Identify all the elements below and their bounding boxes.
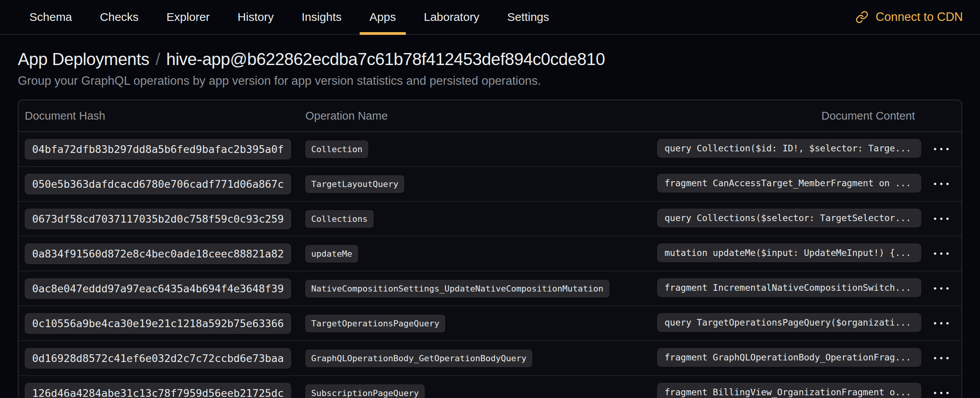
document-hash-value: 0ac8e047eddd97a97eac6435a4b694f4e3648f39 [25,278,291,299]
breadcrumb-section[interactable]: App Deployments [18,50,149,69]
breadcrumb-separator: / [156,50,160,69]
table-row: 0a834f91560d872e8c4bec0ade18ceec88821a82… [19,237,961,271]
row-menu-button[interactable] [927,132,955,166]
row-actions-cell [921,306,961,340]
document-content-cell: query Collections($selector: TargetSelec… [657,209,921,229]
column-header-operation-name: Operation Name [299,110,657,122]
ellipsis-icon [934,252,936,255]
operation-name-cell: TargetLayoutQuery [299,175,657,193]
operation-name-badge: SubscriptionPageQuery [305,384,425,398]
ellipsis-icon [934,183,936,185]
ellipsis-icon [934,357,936,359]
nav-tab[interactable]: Laboratory [424,0,479,34]
operation-name-cell: GraphQLOperationBody_GetOperationBodyQue… [299,350,657,367]
connect-to-cdn-button[interactable]: Connect to CDN [855,10,963,24]
row-menu-button[interactable] [927,341,955,375]
document-hash-value: 04bfa72dfb83b297dd8a5b6fed9bafac2b395a0f [25,139,291,160]
connect-to-cdn-label: Connect to CDN [875,10,963,24]
nav-tab[interactable]: Settings [507,0,549,34]
documents-table: Document Hash Operation Name Document Co… [18,100,962,398]
document-content-cell: fragment BillingView_OrganizationFragmen… [657,383,921,398]
table-header-row: Document Hash Operation Name Document Co… [19,100,961,132]
document-hash-value: 0d16928d8572c41ef6e032d2c7c72ccbd6e73baa [25,348,291,369]
nav-tab[interactable]: Checks [100,0,139,34]
document-hash-cell: 0c10556a9be4ca30e19e21c1218a592b75e63366 [19,313,299,334]
document-hash-cell: 0673df58cd7037117035b2d0c758f59c0c93c259 [19,209,299,229]
row-actions-cell [921,341,961,375]
document-content-preview: fragment BillingView_OrganizationFragmen… [657,383,921,398]
operation-name-badge: updateMe [305,245,358,262]
document-content-preview: query Collections($selector: TargetSelec… [657,209,921,227]
app-deployment-detail-page: App Deployments / hive-app@b622862ecdba7… [0,50,980,398]
ellipsis-icon [934,218,936,220]
document-hash-cell: 04bfa72dfb83b297dd8a5b6fed9bafac2b395a0f [19,139,299,160]
document-content-preview: mutation updateMe($input: UpdateMeInput!… [657,244,921,262]
breadcrumb-app-id: hive-app@b622862ecdba7c61b78f412453def89… [166,50,605,69]
document-hash-cell: 0d16928d8572c41ef6e032d2c7c72ccbd6e73baa [19,348,299,369]
document-hash-cell: 050e5b363dafdcacd6780e706cadf771d06a867c [19,174,299,194]
top-navigation: Schema Checks Explorer History Insights … [0,0,980,35]
row-actions-cell [921,271,961,305]
operation-name-cell: SubscriptionPageQuery [299,384,657,398]
column-header-document-hash: Document Hash [19,110,299,122]
operation-name-cell: Collection [299,141,657,158]
document-hash-cell: 0ac8e047eddd97a97eac6435a4b694f4e3648f39 [19,278,299,299]
document-content-cell: query TargetOperationsPageQuery($organiz… [657,313,921,333]
document-content-cell: mutation updateMe($input: UpdateMeInput!… [657,244,921,264]
row-actions-cell [921,132,961,166]
nav-tab[interactable]: Schema [29,0,72,34]
document-content-cell: fragment CanAccessTarget_MemberFragment … [657,174,921,194]
row-menu-button[interactable] [927,237,955,271]
operation-name-cell: updateMe [299,245,657,262]
document-content-preview: fragment IncrementalNativeCompositionSwi… [657,278,921,297]
document-content-cell: fragment GraphQLOperationBody_OperationF… [657,348,921,368]
document-hash-cell: 126d46a4284abe31c13c78f7959d56eeb21725dc [19,383,299,398]
row-menu-button[interactable] [927,376,955,398]
operation-name-badge: Collection [305,141,368,158]
operation-name-badge: Collections [305,210,373,228]
row-menu-button[interactable] [927,202,955,236]
operation-name-cell: TargetOperationsPageQuery [299,315,657,332]
row-actions-cell [921,376,961,398]
table-row: 04bfa72dfb83b297dd8a5b6fed9bafac2b395a0f… [19,132,961,167]
table-body: 04bfa72dfb83b297dd8a5b6fed9bafac2b395a0f… [19,132,961,398]
ellipsis-icon [934,287,936,290]
operation-name-badge: TargetOperationsPageQuery [305,315,445,332]
document-content-cell: fragment IncrementalNativeCompositionSwi… [657,278,921,298]
ellipsis-icon [934,322,936,324]
document-hash-cell: 0a834f91560d872e8c4bec0ade18ceec88821a82 [19,244,299,264]
document-content-preview: query Collection($id: ID!, $selector: Ta… [657,139,921,158]
ellipsis-icon [934,392,936,394]
row-actions-cell [921,167,961,201]
operation-name-cell: Collections [299,210,657,228]
ellipsis-icon [934,148,936,150]
table-row: 0d16928d8572c41ef6e032d2c7c72ccbd6e73baa… [19,341,961,376]
document-content-preview: fragment CanAccessTarget_MemberFragment … [657,174,921,192]
document-hash-value: 0673df58cd7037117035b2d0c758f59c0c93c259 [25,209,291,229]
document-content-preview: fragment GraphQLOperationBody_OperationF… [657,348,921,367]
document-hash-value: 0a834f91560d872e8c4bec0ade18ceec88821a82 [25,244,291,264]
nav-tab[interactable]: Apps [370,0,396,34]
table-row: 126d46a4284abe31c13c78f7959d56eeb21725dc… [19,376,961,398]
table-row: 050e5b363dafdcacd6780e706cadf771d06a867c… [19,167,961,202]
table-row: 0673df58cd7037117035b2d0c758f59c0c93c259… [19,202,961,237]
row-menu-button[interactable] [927,167,955,201]
operation-name-badge: NativeCompositionSettings_UpdateNativeCo… [305,280,609,297]
document-hash-value: 126d46a4284abe31c13c78f7959d56eeb21725dc [25,383,291,398]
table-row: 0ac8e047eddd97a97eac6435a4b694f4e3648f39… [19,271,961,306]
row-actions-cell [921,202,961,236]
nav-tab[interactable]: History [238,0,274,34]
row-menu-button[interactable] [927,306,955,340]
row-actions-cell [921,237,961,271]
operation-name-badge: GraphQLOperationBody_GetOperationBodyQue… [305,350,532,367]
page-description: Group your GraphQL operations by app ver… [18,74,962,88]
breadcrumb: App Deployments / hive-app@b622862ecdba7… [18,50,962,69]
nav-tab[interactable]: Insights [302,0,341,34]
document-hash-value: 050e5b363dafdcacd6780e706cadf771d06a867c [25,174,291,194]
document-content-preview: query TargetOperationsPageQuery($organiz… [657,313,921,332]
document-hash-value: 0c10556a9be4ca30e19e21c1218a592b75e63366 [25,313,291,334]
nav-tab[interactable]: Explorer [166,0,210,34]
operation-name-cell: NativeCompositionSettings_UpdateNativeCo… [299,280,657,297]
link-icon [855,10,869,24]
row-menu-button[interactable] [927,271,955,305]
